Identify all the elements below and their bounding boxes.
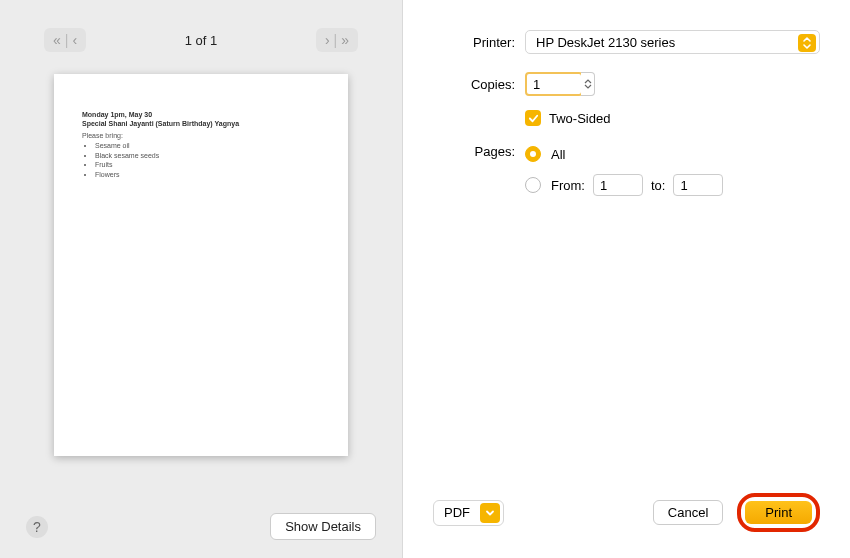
chevron-down-icon [584, 84, 592, 89]
pages-to-label: to: [651, 178, 665, 193]
printer-label: Printer: [433, 35, 515, 50]
pages-from-input[interactable] [593, 174, 643, 196]
preview-line2: Special Shani Jayanti (Saturn Birthday) … [82, 119, 320, 128]
pages-all-radio[interactable] [525, 146, 541, 162]
preview-line3: Please bring: [82, 131, 320, 140]
page-next-group[interactable]: › | » [316, 28, 358, 52]
two-sided-checkbox[interactable] [525, 110, 541, 126]
cancel-button[interactable]: Cancel [653, 500, 723, 525]
check-icon [528, 113, 539, 124]
list-item: Fruits [95, 160, 320, 169]
printer-value: HP DeskJet 2130 series [536, 35, 675, 50]
options-pane: Printer: HP DeskJet 2130 series Copies: … [403, 0, 850, 558]
preview-list: Sesame oil Black sesame seeds Fruits Flo… [82, 141, 320, 179]
preview-pane: « | ‹ 1 of 1 › | » Monday 1pm, May 30 Sp… [0, 0, 403, 558]
pager: « | ‹ 1 of 1 › | » [26, 28, 376, 52]
select-stepper-icon [798, 34, 816, 52]
printer-select[interactable]: HP DeskJet 2130 series [525, 30, 820, 54]
pdf-menu[interactable]: PDF [433, 500, 504, 526]
page-preview: Monday 1pm, May 30 Special Shani Jayanti… [54, 74, 348, 456]
print-button[interactable]: Print [745, 501, 812, 524]
pages-to-input[interactable] [673, 174, 723, 196]
last-page-icon: » [338, 33, 352, 47]
pages-range-radio[interactable] [525, 177, 541, 193]
list-item: Black sesame seeds [95, 151, 320, 160]
preview-line1: Monday 1pm, May 30 [82, 110, 320, 119]
pages-all-label: All [551, 147, 565, 162]
pages-from-label: From: [551, 178, 585, 193]
copies-label: Copies: [433, 77, 515, 92]
help-button[interactable]: ? [26, 516, 48, 538]
two-sided-label: Two-Sided [549, 111, 610, 126]
show-details-button[interactable]: Show Details [270, 513, 376, 540]
page-prev-group[interactable]: « | ‹ [44, 28, 86, 52]
list-item: Sesame oil [95, 141, 320, 150]
pages-label: Pages: [433, 144, 515, 159]
page-indicator: 1 of 1 [185, 33, 218, 48]
copies-input[interactable] [525, 72, 583, 96]
pdf-label: PDF [434, 505, 480, 520]
next-page-icon: › [322, 33, 333, 47]
prev-page-icon: ‹ [69, 33, 80, 47]
list-item: Flowers [95, 170, 320, 179]
first-page-icon: « [50, 33, 64, 47]
print-highlight: Print [737, 493, 820, 532]
copies-stepper[interactable] [581, 72, 595, 96]
chevron-down-icon [480, 503, 500, 523]
